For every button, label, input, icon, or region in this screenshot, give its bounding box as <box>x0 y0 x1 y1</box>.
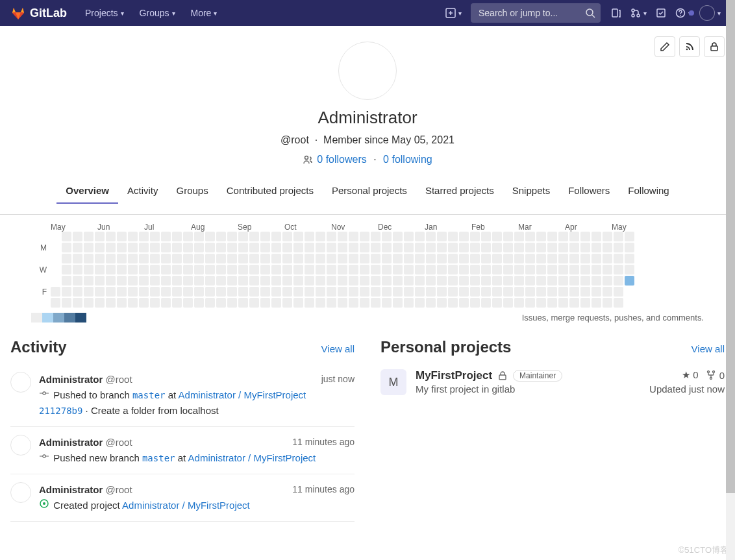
calendar-cell[interactable] <box>569 298 579 308</box>
nav-groups[interactable]: Groups▾ <box>132 0 183 26</box>
calendar-cell[interactable] <box>194 287 204 297</box>
calendar-cell[interactable] <box>614 254 623 263</box>
calendar-cell[interactable] <box>51 287 60 297</box>
calendar-cell[interactable] <box>305 298 314 308</box>
calendar-cell[interactable] <box>62 276 71 286</box>
calendar-cell[interactable] <box>271 254 281 263</box>
calendar-cell[interactable] <box>128 243 138 252</box>
calendar-cell[interactable] <box>260 243 270 252</box>
calendar-cell[interactable] <box>437 243 447 252</box>
calendar-cell[interactable] <box>282 287 292 297</box>
calendar-cell[interactable] <box>249 254 259 263</box>
gitlab-logo[interactable]: GitLab <box>10 5 67 21</box>
calendar-cell[interactable] <box>338 232 347 241</box>
calendar-cell[interactable] <box>139 232 149 241</box>
calendar-cell[interactable] <box>327 243 336 252</box>
calendar-cell[interactable] <box>404 243 414 252</box>
calendar-cell[interactable] <box>569 276 579 286</box>
calendar-cell[interactable] <box>260 254 270 263</box>
calendar-cell[interactable] <box>238 243 248 252</box>
calendar-cell[interactable] <box>558 265 568 274</box>
calendar-cell[interactable] <box>426 243 436 252</box>
calendar-cell[interactable] <box>349 243 358 252</box>
scrollbar[interactable] <box>726 0 735 548</box>
calendar-cell[interactable] <box>470 232 480 241</box>
tab-starred-projects[interactable]: Starred projects <box>416 178 503 204</box>
calendar-cell[interactable] <box>316 254 325 263</box>
calendar-cell[interactable] <box>128 232 138 241</box>
nav-user-menu[interactable]: ▾ <box>695 5 725 21</box>
branch-link[interactable]: master <box>132 390 166 400</box>
calendar-cell[interactable] <box>514 254 524 263</box>
edit-profile-button[interactable] <box>654 36 675 57</box>
calendar-cell[interactable] <box>393 287 403 297</box>
calendar-cell[interactable] <box>139 298 149 308</box>
calendar-cell[interactable] <box>603 298 612 308</box>
calendar-cell[interactable] <box>293 243 303 252</box>
calendar-cell[interactable] <box>271 298 281 308</box>
calendar-cell[interactable] <box>525 276 535 286</box>
calendar-cell[interactable] <box>426 276 436 286</box>
calendar-cell[interactable] <box>459 287 469 297</box>
calendar-cell[interactable] <box>139 265 149 274</box>
report-button[interactable] <box>704 36 725 57</box>
calendar-cell[interactable] <box>238 254 248 263</box>
calendar-cell[interactable] <box>459 276 469 286</box>
calendar-cell[interactable] <box>194 243 204 252</box>
calendar-cell[interactable] <box>183 254 193 263</box>
calendar-cell[interactable] <box>382 254 392 263</box>
calendar-cell[interactable] <box>503 254 513 263</box>
calendar-cell[interactable] <box>249 287 259 297</box>
calendar-cell[interactable] <box>260 232 270 241</box>
calendar-cell[interactable] <box>260 298 270 308</box>
calendar-cell[interactable] <box>172 232 182 241</box>
calendar-cell[interactable] <box>415 232 425 241</box>
calendar-cell[interactable] <box>360 276 369 286</box>
calendar-cell[interactable] <box>536 287 546 297</box>
calendar-cell[interactable] <box>282 243 292 252</box>
calendar-cell[interactable] <box>205 287 215 297</box>
calendar-cell[interactable] <box>603 254 612 263</box>
calendar-cell[interactable] <box>172 243 182 252</box>
calendar-cell[interactable] <box>448 276 458 286</box>
calendar-cell[interactable] <box>525 287 535 297</box>
calendar-cell[interactable] <box>238 276 248 286</box>
calendar-cell[interactable] <box>194 298 204 308</box>
calendar-cell[interactable] <box>536 254 546 263</box>
tab-snippets[interactable]: Snippets <box>503 178 559 204</box>
calendar-cell[interactable] <box>470 287 480 297</box>
calendar-cell[interactable] <box>382 243 392 252</box>
calendar-cell[interactable] <box>437 287 447 297</box>
calendar-cell[interactable] <box>84 243 93 252</box>
calendar-cell[interactable] <box>625 276 634 286</box>
project-link[interactable]: Administrator / MyFirstProject <box>179 389 306 400</box>
search-input[interactable] <box>471 3 601 23</box>
calendar-cell[interactable] <box>360 287 369 297</box>
calendar-cell[interactable] <box>271 276 281 286</box>
calendar-cell[interactable] <box>183 298 193 308</box>
calendar-cell[interactable] <box>514 298 524 308</box>
calendar-cell[interactable] <box>371 287 380 297</box>
calendar-cell[interactable] <box>603 243 612 252</box>
calendar-cell[interactable] <box>84 265 93 274</box>
calendar-cell[interactable] <box>481 254 491 263</box>
calendar-cell[interactable] <box>128 276 138 286</box>
calendar-cell[interactable] <box>205 298 215 308</box>
calendar-cell[interactable] <box>293 254 303 263</box>
calendar-cell[interactable] <box>305 243 314 252</box>
calendar-cell[interactable] <box>327 254 336 263</box>
calendar-cell[interactable] <box>536 276 546 286</box>
calendar-cell[interactable] <box>470 276 480 286</box>
calendar-cell[interactable] <box>503 232 513 241</box>
calendar-cell[interactable] <box>327 276 336 286</box>
calendar-cell[interactable] <box>459 298 469 308</box>
calendar-cell[interactable] <box>592 298 601 308</box>
calendar-cell[interactable] <box>569 287 579 297</box>
calendar-cell[interactable] <box>227 287 237 297</box>
calendar-cell[interactable] <box>470 243 480 252</box>
calendar-cell[interactable] <box>293 287 303 297</box>
calendar-cell[interactable] <box>536 298 546 308</box>
calendar-cell[interactable] <box>293 276 303 286</box>
calendar-cell[interactable] <box>338 243 347 252</box>
calendar-cell[interactable] <box>95 243 105 252</box>
